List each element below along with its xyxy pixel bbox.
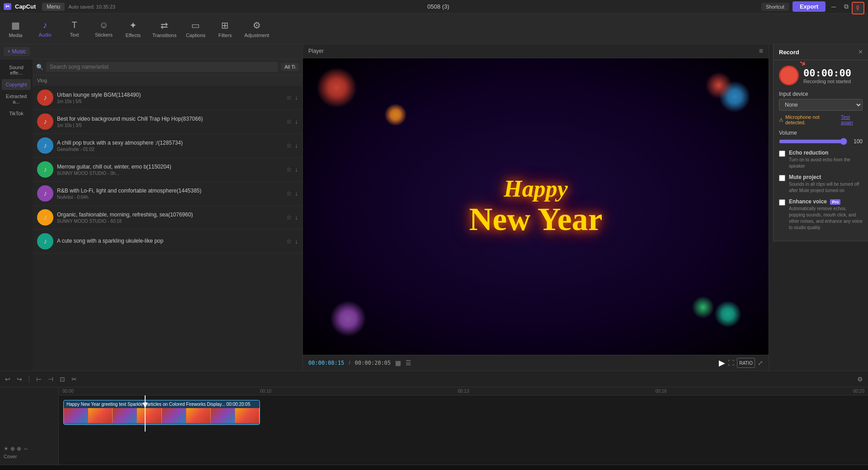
record-close-button[interactable]: × bbox=[859, 48, 863, 56]
toolbar-media[interactable]: ▦ Media bbox=[5, 20, 26, 38]
volume-row: 100 bbox=[779, 138, 863, 145]
settings-button[interactable]: ⚙ bbox=[856, 374, 864, 384]
play-button[interactable]: ▶ bbox=[719, 358, 725, 368]
sidebar-item-copyright[interactable]: Copyright bbox=[2, 79, 31, 90]
music-favorite-button[interactable]: ☆ bbox=[286, 190, 292, 197]
filter-button[interactable]: All Ti bbox=[281, 63, 299, 71]
list-item[interactable]: ♪ A cute song with a sparkling ukulele-l… bbox=[33, 230, 302, 254]
echo-reduction-title: Echo reduction bbox=[789, 150, 863, 156]
tl-icon-3[interactable]: ⊗ bbox=[17, 446, 21, 452]
video-clip[interactable]: Happy New Year greeting text Sparkle Par… bbox=[63, 400, 260, 425]
ratio-button[interactable]: RATIO bbox=[737, 358, 755, 368]
music-download-button[interactable]: ↓ bbox=[295, 94, 298, 101]
sidebar-item-sound-effects[interactable]: Sound effe... bbox=[2, 62, 31, 78]
enhance-voice-desc: Automatically remove echos, popping soun… bbox=[789, 206, 863, 231]
list-item[interactable]: ♪ R&B with Lo-Fi, light and comfortable … bbox=[33, 182, 302, 206]
ruler-mark-3: 00:16 bbox=[656, 389, 667, 394]
timeline-content: ☀ ⊕ ⊗ ↔ Cover 00:00 00:10 00:13 00:16 00… bbox=[0, 387, 868, 465]
shortcut-button[interactable]: Shortcut bbox=[761, 3, 789, 11]
music-download-button[interactable]: ↓ bbox=[295, 214, 298, 221]
toolbar-effects[interactable]: ✦ Effects bbox=[123, 20, 143, 38]
volume-slider[interactable] bbox=[779, 138, 847, 145]
restore-button[interactable]: ⧉ bbox=[842, 2, 851, 11]
record-btn-wrapper: ➜ bbox=[779, 66, 799, 85]
fullscreen-button[interactable]: ⛶ bbox=[728, 358, 734, 368]
music-favorite-button[interactable]: ☆ bbox=[286, 142, 292, 149]
sidebar-item-tiktok[interactable]: TikTok bbox=[2, 108, 31, 119]
sidebar-item-extracted[interactable]: Extracted a... bbox=[2, 91, 31, 107]
firework-1 bbox=[316, 67, 357, 108]
music-download-button[interactable]: ↓ bbox=[295, 118, 298, 125]
test-again-link[interactable]: Test again bbox=[841, 114, 863, 125]
toolbar-captions[interactable]: ▭ Captions bbox=[185, 20, 206, 38]
music-actions: ☆ ↓ bbox=[286, 238, 298, 245]
music-favorite-button[interactable]: ☆ bbox=[286, 118, 292, 125]
new-year-text: Happy New Year bbox=[469, 176, 602, 237]
list-view-button[interactable]: ☰ bbox=[406, 359, 411, 367]
delete-button[interactable]: ⊣ bbox=[47, 374, 55, 384]
record-icon-button[interactable]: 🎙 bbox=[852, 2, 864, 14]
music-download-button[interactable]: ↓ bbox=[295, 190, 298, 197]
crop-button[interactable]: ✂ bbox=[70, 374, 78, 384]
enhance-voice-title: Enhance voice Pro bbox=[789, 198, 863, 205]
list-item[interactable]: ♪ Best for video background music Chill … bbox=[33, 110, 302, 134]
player-menu-button[interactable]: ≡ bbox=[759, 47, 763, 55]
add-music-button[interactable]: + Music bbox=[4, 47, 30, 56]
tl-icon-1[interactable]: ☀ bbox=[4, 446, 9, 452]
music-download-button[interactable]: ↓ bbox=[295, 142, 298, 149]
mute-project-checkbox[interactable] bbox=[779, 175, 785, 181]
adjustment-icon: ⚙ bbox=[253, 20, 261, 31]
export-button[interactable]: Export bbox=[793, 1, 826, 12]
music-favorite-button[interactable]: ☆ bbox=[286, 166, 292, 173]
search-input[interactable] bbox=[46, 62, 278, 72]
split-button[interactable]: ⊢ bbox=[35, 374, 43, 384]
music-info: Organic, fashionable, morning, refreshin… bbox=[57, 212, 283, 224]
music-name: Urban lounge style BGM(1148490) bbox=[57, 92, 283, 98]
list-item[interactable]: ♪ A chill pop truck with a sexy atmosphe… bbox=[33, 134, 302, 158]
list-item[interactable]: ♪ Merrow guitar, chill out, winter, emo … bbox=[33, 158, 302, 182]
toolbar-audio[interactable]: ♪ Audio bbox=[35, 20, 55, 38]
player-video: Happy New Year bbox=[303, 58, 769, 355]
main-layout: + Music Sound effe... Copyright Extracte… bbox=[0, 44, 868, 371]
captions-icon: ▭ bbox=[191, 20, 200, 31]
list-item[interactable]: ♪ Urban lounge style BGM(1148490) 1m 10s… bbox=[33, 86, 302, 110]
trim-button[interactable]: ⊡ bbox=[58, 374, 66, 384]
grid-view-button[interactable]: ▦ bbox=[395, 359, 401, 367]
player-controls: 00:00:08:15 / 00:00:20:05 ▦ ☰ ▶ ⛶ RATIO … bbox=[303, 355, 769, 371]
music-favorite-button[interactable]: ☆ bbox=[286, 94, 292, 101]
music-thumb: ♪ bbox=[37, 185, 53, 202]
list-item[interactable]: ♪ Organic, fashionable, morning, refresh… bbox=[33, 206, 302, 230]
echo-reduction-checkbox[interactable] bbox=[779, 150, 785, 157]
toolbar-text[interactable]: T Text bbox=[64, 20, 85, 38]
clip-frame-8 bbox=[235, 408, 259, 423]
search-bar: + Music bbox=[0, 44, 302, 59]
toolbar-stickers[interactable]: ☺ Stickers bbox=[94, 20, 114, 38]
undo-button[interactable]: ↩ bbox=[4, 374, 12, 384]
music-download-button[interactable]: ↓ bbox=[295, 166, 298, 173]
record-time-info: 00:00:00 Recording not started bbox=[803, 67, 851, 84]
toolbar-filters[interactable]: ⊞ Filters bbox=[215, 20, 235, 38]
project-title: 0508 (3) bbox=[427, 3, 449, 10]
minimize-button[interactable]: ─ bbox=[829, 2, 838, 11]
toolbar-adjustment[interactable]: ⚙ Adjustment bbox=[244, 20, 269, 38]
tl-icon-2[interactable]: ⊕ bbox=[10, 446, 15, 452]
music-meta: Geno/Indie - 01:02 bbox=[57, 147, 283, 152]
music-download-button[interactable]: ↓ bbox=[295, 238, 298, 245]
mute-project-title: Mute project bbox=[789, 174, 863, 180]
tl-icon-4[interactable]: ↔ bbox=[23, 446, 28, 452]
input-device-select[interactable]: None bbox=[779, 99, 863, 111]
music-favorite-button[interactable]: ☆ bbox=[286, 238, 292, 245]
left-sidebar: Sound effe... Copyright Extracted a... T… bbox=[0, 59, 33, 371]
firework-7 bbox=[692, 296, 714, 319]
music-favorite-button[interactable]: ☆ bbox=[286, 214, 292, 221]
redo-button[interactable]: ↪ bbox=[15, 374, 24, 384]
record-start-button[interactable] bbox=[779, 66, 799, 85]
enhance-voice-checkbox[interactable] bbox=[779, 199, 785, 206]
ruler-mark-1: 00:10 bbox=[260, 389, 271, 394]
music-info: R&B with Lo-Fi, light and comfortable at… bbox=[57, 188, 283, 200]
menu-button[interactable]: Menu bbox=[42, 3, 65, 11]
expand-button[interactable]: ⤢ bbox=[758, 358, 763, 368]
section-label: Vlog bbox=[33, 75, 302, 86]
toolbar-transitions[interactable]: ⇄ Transitions bbox=[152, 20, 176, 38]
clip-frame-7 bbox=[211, 408, 235, 423]
